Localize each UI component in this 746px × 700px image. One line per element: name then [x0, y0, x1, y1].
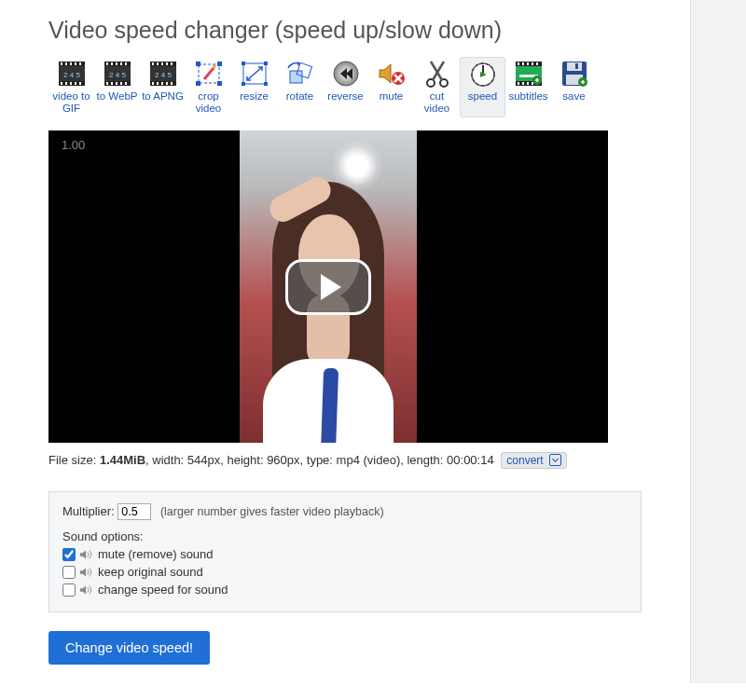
svg-rect-40 — [166, 82, 168, 85]
video-preview: 1.00 — [48, 130, 608, 443]
sound-checkbox-mute[interactable] — [62, 548, 76, 561]
tool-speed[interactable]: speed — [460, 57, 505, 117]
svg-rect-7 — [75, 62, 76, 65]
tool-label: to WebP — [96, 90, 138, 103]
svg-rect-25 — [116, 82, 117, 85]
svg-rect-10 — [65, 82, 67, 85]
speed-icon — [462, 60, 504, 88]
svg-rect-9 — [61, 82, 62, 85]
tool-to-webp[interactable]: 2 4 5to WebP — [94, 57, 140, 117]
svg-rect-48 — [242, 62, 245, 65]
sound-option-keep[interactable]: keep original sound — [62, 565, 628, 579]
tool-rotate[interactable]: rotate — [277, 57, 323, 117]
tool-label: save — [553, 90, 595, 103]
sound-options-heading: Sound options: — [62, 529, 628, 543]
svg-rect-45 — [196, 81, 200, 86]
toolbar: 2 4 5video to GIF2 4 5to WebP2 4 5to APN… — [48, 57, 718, 117]
convert-button[interactable]: convert — [501, 452, 567, 469]
tool-label: to APNG — [142, 90, 184, 103]
sound-option-label: change speed for sound — [98, 583, 228, 597]
speaker-icon — [79, 567, 94, 578]
file-info-line: File size: 1.44MiB, width: 544px, height… — [48, 452, 718, 469]
svg-rect-76 — [567, 62, 582, 71]
sound-options: mute (remove) soundkeep original soundch… — [62, 547, 628, 597]
to-apng-icon: 2 4 5 — [142, 60, 184, 88]
change-speed-button[interactable]: Change video speed! — [48, 631, 210, 665]
convert-label: convert — [506, 454, 543, 467]
svg-rect-21 — [120, 62, 122, 65]
tool-video-to-gif[interactable]: 2 4 5video to GIF — [48, 57, 94, 117]
svg-rect-8 — [79, 62, 81, 65]
subtitles-icon — [507, 60, 549, 88]
sound-option-change[interactable]: change speed for sound — [62, 583, 628, 597]
svg-text:2 4 5: 2 4 5 — [109, 71, 126, 79]
tool-label: speed — [462, 90, 504, 103]
sound-option-mute[interactable]: mute (remove) sound — [62, 547, 628, 561]
svg-rect-39 — [161, 82, 163, 85]
svg-rect-12 — [75, 82, 76, 85]
svg-rect-66 — [532, 62, 533, 65]
svg-rect-44 — [217, 62, 222, 66]
svg-rect-64 — [522, 62, 524, 65]
svg-rect-22 — [125, 62, 127, 65]
svg-rect-5 — [65, 62, 67, 65]
svg-rect-33 — [157, 62, 159, 65]
multiplier-hint: (larger number gives faster video playba… — [160, 505, 384, 518]
to-webp-icon: 2 4 5 — [96, 60, 138, 88]
tool-resize[interactable]: resize — [231, 57, 277, 117]
reverse-icon — [325, 60, 366, 88]
tool-label: crop video — [187, 90, 229, 115]
multiplier-label: Multiplier: — [62, 504, 115, 518]
video-to-gif-icon: 2 4 5 — [50, 60, 92, 88]
sound-checkbox-change[interactable] — [62, 583, 76, 597]
svg-rect-41 — [171, 82, 173, 85]
tool-to-apng[interactable]: 2 4 5to APNG — [140, 57, 186, 117]
tool-mute[interactable]: mute — [368, 57, 414, 117]
svg-rect-19 — [111, 62, 113, 65]
multiplier-input[interactable] — [117, 503, 151, 520]
sound-checkbox-keep[interactable] — [62, 566, 76, 579]
svg-rect-50 — [242, 82, 245, 86]
save-icon — [553, 60, 595, 88]
options-panel: Multiplier: (larger number gives faster … — [48, 491, 642, 612]
tool-crop-video[interactable]: crop video — [186, 57, 231, 117]
speaker-icon — [79, 584, 94, 596]
speaker-icon — [79, 549, 94, 560]
file-size-label: File size: — [48, 453, 100, 467]
video-speed-overlay: 1.00 — [62, 138, 85, 152]
svg-rect-23 — [106, 82, 108, 85]
tool-save[interactable]: save — [551, 57, 597, 117]
download-icon — [549, 454, 561, 466]
tool-label: mute — [370, 90, 412, 103]
svg-rect-65 — [527, 62, 529, 65]
svg-rect-77 — [575, 63, 578, 69]
sound-option-label: keep original sound — [98, 565, 203, 579]
svg-rect-43 — [196, 62, 200, 66]
svg-rect-51 — [264, 82, 268, 86]
file-size-value: 1.44MiB — [100, 453, 145, 467]
svg-rect-11 — [70, 82, 72, 85]
svg-rect-13 — [79, 82, 81, 85]
mute-icon — [370, 60, 412, 88]
right-gutter — [690, 0, 746, 683]
tool-subtitles[interactable]: subtitles — [505, 57, 551, 117]
svg-rect-69 — [522, 82, 524, 85]
svg-rect-67 — [536, 62, 538, 65]
tool-label: reverse — [325, 90, 366, 103]
svg-rect-35 — [166, 62, 168, 65]
svg-rect-27 — [125, 82, 127, 85]
svg-rect-6 — [70, 62, 72, 65]
tool-label: video to GIF — [50, 90, 92, 115]
page-title: Video speed changer (speed up/slow down) — [48, 17, 718, 44]
svg-rect-4 — [61, 62, 62, 65]
crop-video-icon — [187, 60, 229, 88]
svg-rect-36 — [171, 62, 173, 65]
multiplier-row: Multiplier: (larger number gives faster … — [62, 503, 628, 520]
tool-label: subtitles — [507, 90, 549, 103]
tool-reverse[interactable]: reverse — [323, 57, 368, 117]
play-button[interactable] — [285, 259, 371, 315]
tool-cut-video[interactable]: cut video — [414, 57, 460, 117]
svg-rect-32 — [152, 62, 154, 65]
svg-text:2 4 5: 2 4 5 — [155, 71, 172, 79]
svg-rect-68 — [518, 82, 519, 85]
